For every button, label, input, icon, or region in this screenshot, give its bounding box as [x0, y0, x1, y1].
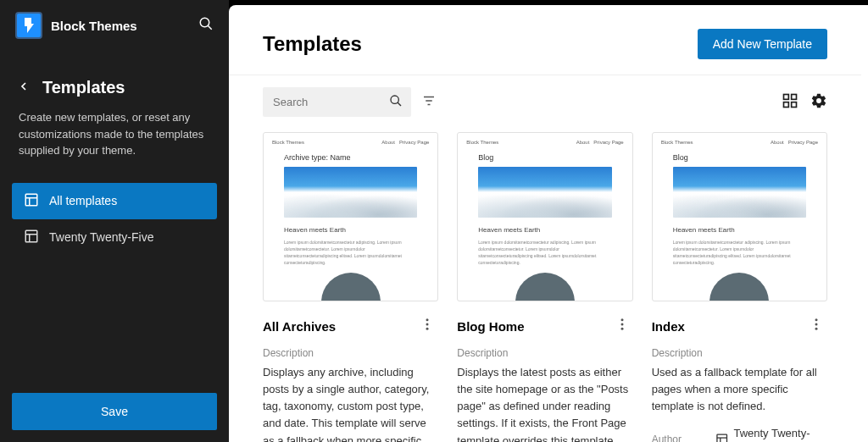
filter-icon[interactable]	[421, 93, 437, 112]
author-label: Author	[652, 434, 682, 442]
more-actions-icon[interactable]	[611, 313, 633, 339]
svg-line-9	[398, 102, 401, 106]
sidebar-title: Templates	[42, 78, 125, 97]
template-card: Block ThemesAbout Privacy Page Blog Heav…	[652, 132, 827, 442]
page-title: Templates	[263, 32, 698, 56]
sidebar-description: Create new templates, or reset any custo…	[0, 109, 229, 176]
sidebar-item-label: Twenty Twenty-Five	[49, 230, 153, 244]
svg-point-17	[426, 318, 429, 321]
card-description: Displays any archive, including posts by…	[263, 364, 438, 442]
svg-rect-14	[792, 94, 797, 99]
svg-point-23	[620, 318, 623, 321]
thumb-subheading: Heaven meets Earth	[284, 226, 417, 234]
card-title: Index	[652, 319, 805, 334]
svg-rect-13	[784, 94, 789, 99]
site-name: Block Themes	[51, 19, 198, 33]
description-label: Description	[652, 347, 827, 359]
layout-icon	[24, 229, 39, 246]
thumb-heading: Blog	[478, 153, 611, 162]
card-title: Blog Home	[457, 319, 610, 334]
svg-line-1	[208, 25, 212, 30]
sidebar-item-all-templates[interactable]: All templates	[12, 183, 217, 219]
thumb-heading: Archive type: Name	[284, 153, 417, 162]
sidebar-item-theme[interactable]: Twenty Twenty-Five	[12, 219, 217, 256]
gear-icon[interactable]	[810, 92, 827, 113]
add-new-template-button[interactable]: Add New Template	[698, 29, 827, 59]
layout-icon	[24, 192, 39, 210]
back-icon[interactable]	[17, 80, 31, 97]
card-title: All Archives	[263, 319, 416, 334]
thumb-subheading: Heaven meets Earth	[478, 226, 611, 234]
sidebar: Block Themes Templates Create new templa…	[0, 0, 229, 442]
search-icon[interactable]	[198, 16, 214, 35]
svg-point-8	[391, 96, 398, 103]
save-button[interactable]: Save	[12, 393, 217, 430]
more-actions-icon[interactable]	[416, 313, 438, 339]
svg-point-30	[815, 323, 817, 326]
svg-rect-16	[792, 102, 797, 107]
grid-view-icon[interactable]	[782, 92, 798, 113]
card-description: Displays the latest posts as either the …	[457, 364, 632, 442]
template-thumbnail[interactable]: Block ThemesAbout Privacy Page Blog Heav…	[457, 132, 632, 301]
card-author: Twenty Twenty-Five	[715, 427, 827, 442]
template-thumbnail[interactable]: Block ThemesAbout Privacy Page Archive t…	[263, 132, 438, 301]
svg-rect-15	[784, 102, 789, 107]
svg-point-29	[815, 318, 817, 321]
svg-point-31	[815, 328, 817, 330]
svg-point-24	[620, 323, 623, 326]
site-logo[interactable]	[15, 12, 42, 39]
svg-point-19	[426, 328, 429, 330]
card-description: Used as a fallback template for all page…	[652, 364, 827, 415]
svg-rect-5	[25, 230, 37, 242]
more-actions-icon[interactable]	[805, 313, 827, 339]
svg-rect-2	[25, 194, 37, 206]
svg-point-25	[620, 328, 623, 330]
template-thumbnail[interactable]: Block ThemesAbout Privacy Page Blog Heav…	[652, 132, 827, 301]
search-icon[interactable]	[389, 94, 403, 111]
sidebar-item-label: All templates	[49, 194, 117, 207]
description-label: Description	[263, 347, 438, 359]
thumb-subheading: Heaven meets Earth	[673, 226, 806, 234]
svg-point-0	[200, 18, 209, 27]
svg-point-18	[426, 323, 429, 326]
template-card: Block ThemesAbout Privacy Page Archive t…	[263, 132, 438, 442]
thumb-heading: Blog	[673, 153, 806, 162]
template-card: Block ThemesAbout Privacy Page Blog Heav…	[457, 132, 632, 442]
description-label: Description	[457, 347, 632, 359]
main-panel: Templates Add New Template Block ThemesA…	[229, 5, 868, 442]
